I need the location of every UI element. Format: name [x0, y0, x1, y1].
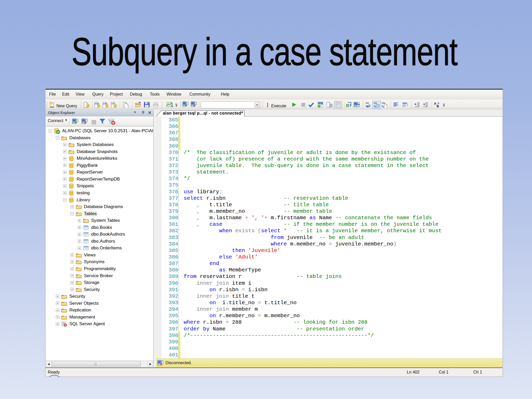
svg-text:B: B	[437, 104, 439, 108]
svg-text:101: 101	[365, 102, 369, 104]
svg-text:MDX: MDX	[95, 103, 99, 105]
svg-text:DMX: DMX	[103, 103, 107, 105]
svg-text:XM: XM	[111, 103, 114, 105]
svg-text:101: 101	[374, 102, 377, 104]
svg-text:A: A	[434, 102, 436, 105]
